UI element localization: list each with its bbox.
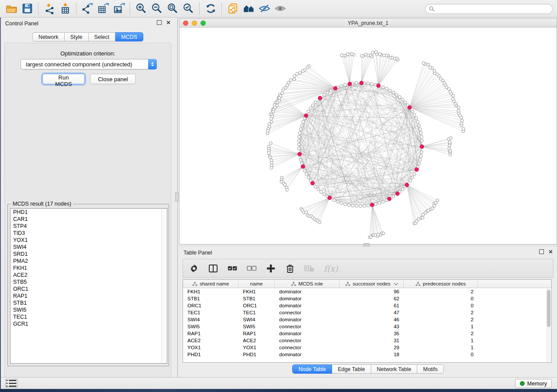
- zoom-selected-button[interactable]: [180, 2, 196, 16]
- mcds-hub-node[interactable]: [301, 165, 305, 168]
- leaf-node[interactable]: [318, 221, 321, 224]
- network-node[interactable]: [301, 124, 304, 127]
- table-settings-button[interactable]: [189, 262, 199, 275]
- leaf-node[interactable]: [371, 51, 374, 54]
- leaf-node[interactable]: [449, 137, 452, 140]
- network-node[interactable]: [314, 185, 317, 188]
- network-node[interactable]: [413, 173, 416, 176]
- criterion-select[interactable]: largest connected component (undirected): [21, 59, 157, 69]
- select-all-button[interactable]: [228, 262, 237, 275]
- network-node[interactable]: [367, 204, 370, 207]
- mcds-result-item[interactable]: GCR1: [10, 320, 167, 327]
- network-node[interactable]: [382, 200, 385, 203]
- network-node[interactable]: [419, 131, 422, 134]
- mcds-hub-node[interactable]: [304, 113, 308, 117]
- network-node[interactable]: [340, 85, 343, 88]
- leaf-node[interactable]: [267, 151, 270, 155]
- mcds-result-item[interactable]: SWI4: [10, 244, 167, 251]
- network-node[interactable]: [385, 87, 388, 90]
- column-header-MCDS-role[interactable]: MCDS role: [275, 280, 339, 288]
- memory-button[interactable]: Memory: [515, 379, 552, 388]
- mcds-result-item[interactable]: STB5: [10, 279, 167, 285]
- network-node[interactable]: [420, 135, 423, 138]
- network-node[interactable]: [419, 128, 422, 131]
- network-node[interactable]: [398, 96, 401, 99]
- network-node[interactable]: [401, 98, 404, 101]
- network-node[interactable]: [420, 139, 423, 142]
- table-row[interactable]: ORC1ORC1dominator610: [183, 302, 551, 309]
- mcds-hub-node[interactable]: [405, 183, 409, 187]
- export-image-button[interactable]: [111, 2, 127, 16]
- column-header-shared-name[interactable]: shared name: [183, 280, 239, 288]
- panel-splitter[interactable]: [175, 17, 179, 377]
- network-node[interactable]: [311, 104, 315, 107]
- zoom-out-button[interactable]: [149, 2, 165, 16]
- mcds-hub-node[interactable]: [370, 203, 374, 207]
- table-row[interactable]: YOX1YOX1connector291: [183, 344, 551, 351]
- leaf-node[interactable]: [454, 102, 457, 105]
- network-node[interactable]: [323, 93, 326, 96]
- mcds-hub-node[interactable]: [328, 196, 332, 200]
- network-node[interactable]: [314, 101, 317, 104]
- mcds-result-item[interactable]: FKH1: [10, 265, 167, 272]
- export-table-button[interactable]: [95, 2, 111, 16]
- mcds-hub-node[interactable]: [387, 197, 391, 201]
- import-table-button[interactable]: [57, 2, 73, 16]
- import-network-button[interactable]: [42, 2, 57, 16]
- mcds-hub-node[interactable]: [415, 168, 419, 172]
- leaf-node[interactable]: [276, 101, 279, 104]
- duplicate-network-button[interactable]: [225, 2, 241, 16]
- leaf-node[interactable]: [427, 63, 430, 66]
- network-node[interactable]: [351, 204, 354, 207]
- network-node[interactable]: [320, 190, 323, 193]
- task-history-button[interactable]: [5, 379, 17, 388]
- mcds-result-item[interactable]: YOX1: [10, 237, 167, 244]
- mcds-result-item[interactable]: TEC1: [10, 313, 167, 320]
- column-view-button[interactable]: [208, 262, 218, 275]
- tab-select[interactable]: Select: [89, 32, 116, 41]
- network-node[interactable]: [359, 205, 362, 208]
- network-node[interactable]: [298, 139, 301, 142]
- mcds-hub-node[interactable]: [408, 106, 412, 110]
- network-node[interactable]: [323, 193, 326, 196]
- mcds-hub-node[interactable]: [348, 82, 352, 86]
- table-row[interactable]: STB1STB1dominator620: [183, 295, 551, 302]
- leaf-node[interactable]: [443, 82, 446, 85]
- table-tab-node-table[interactable]: Node Table: [292, 364, 332, 374]
- network-node[interactable]: [336, 200, 339, 203]
- network-node[interactable]: [411, 176, 414, 179]
- mcds-result-list[interactable]: PHD1CAR1STP4TID3YOX1SWI4SRD1PMA2FKH1ACE2…: [10, 208, 167, 364]
- table-tab-network-table[interactable]: Network Table: [371, 364, 418, 374]
- network-node[interactable]: [303, 169, 306, 172]
- search-field[interactable]: [425, 4, 553, 14]
- leaf-node[interactable]: [284, 183, 287, 186]
- column-header-predecessor-nodes[interactable]: predecessor nodes: [404, 280, 478, 288]
- table-scrollbar[interactable]: [546, 289, 551, 362]
- table-row[interactable]: ACE2ACE2connector311: [183, 337, 551, 344]
- leaf-node[interactable]: [293, 78, 296, 81]
- leaf-node[interactable]: [439, 77, 442, 80]
- leaf-node[interactable]: [266, 132, 269, 135]
- network-node[interactable]: [299, 158, 302, 162]
- network-node[interactable]: [413, 113, 416, 117]
- leaf-node[interactable]: [457, 109, 460, 112]
- mcds-result-item[interactable]: RAP1: [10, 292, 167, 299]
- table-row[interactable]: SWI5SWI5connector431: [183, 323, 551, 330]
- delete-column-button[interactable]: [285, 262, 295, 275]
- search-input[interactable]: [437, 6, 549, 12]
- leaf-node[interactable]: [429, 66, 432, 69]
- network-node[interactable]: [355, 82, 358, 85]
- leaf-node[interactable]: [460, 122, 463, 125]
- zoom-fit-button[interactable]: [165, 2, 180, 16]
- network-node[interactable]: [370, 83, 374, 86]
- table-tab-edge-table[interactable]: Edge Table: [332, 364, 371, 374]
- network-node[interactable]: [374, 203, 377, 206]
- leaf-node[interactable]: [433, 69, 436, 72]
- network-node[interactable]: [333, 199, 336, 202]
- float-panel-icon[interactable]: [156, 20, 162, 26]
- network-node[interactable]: [326, 91, 329, 94]
- leaf-node[interactable]: [452, 97, 455, 100]
- leaf-node[interactable]: [296, 72, 299, 76]
- table-row[interactable]: PHD1PHD1dominator180: [183, 351, 551, 358]
- hide-selected-button[interactable]: [256, 2, 272, 16]
